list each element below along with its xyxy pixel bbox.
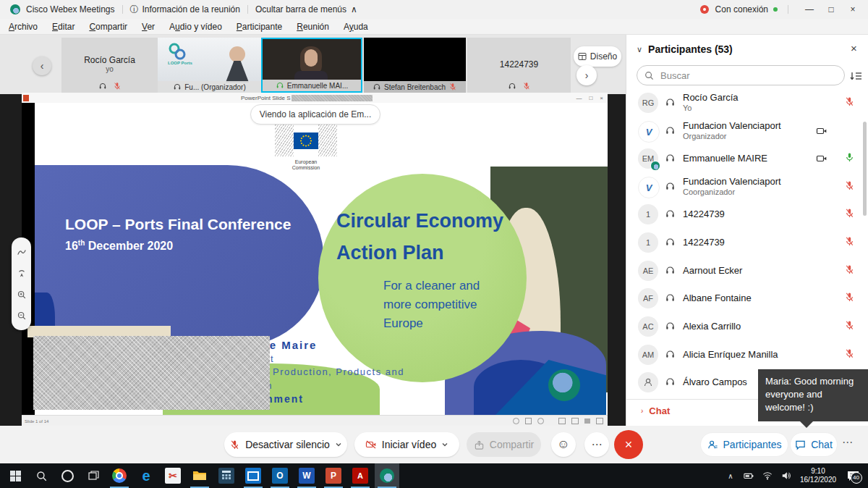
camera-icon[interactable] — [816, 153, 827, 164]
participant-search[interactable] — [637, 65, 845, 85]
taskbar-chrome[interactable] — [107, 463, 132, 488]
video-thumbnail-emmanuelle[interactable]: Emmanuelle MAI... — [261, 38, 362, 93]
shared-close-button[interactable]: × — [600, 95, 603, 101]
camera-icon[interactable] — [816, 125, 827, 137]
zoom-out-icon[interactable] — [17, 311, 27, 321]
view-icon[interactable] — [584, 418, 590, 424]
active-mic-icon[interactable] — [844, 152, 855, 163]
tray-volume[interactable] — [777, 463, 796, 488]
laser-pointer-icon[interactable] — [17, 269, 27, 279]
taskbar-acrobat[interactable]: A — [348, 463, 373, 488]
participant-row[interactable]: AE Aarnout Ecker — [626, 257, 868, 285]
view-icon[interactable] — [571, 418, 579, 424]
tray-expand-button[interactable]: ∧ — [722, 463, 739, 488]
notification-center-button[interactable]: 40 — [842, 463, 864, 488]
zoom-in-icon[interactable] — [17, 290, 27, 300]
search-input[interactable] — [659, 70, 807, 82]
annotate-pen-icon[interactable] — [17, 248, 27, 258]
menu-reunion[interactable]: Reunión — [297, 22, 329, 32]
end-meeting-button[interactable]: × — [614, 430, 643, 459]
muted-mic-icon[interactable] — [844, 264, 855, 275]
participant-row[interactable]: V Fundacion Valenciaport Organizador — [626, 117, 868, 145]
menu-compartir[interactable]: Compartir — [89, 22, 127, 32]
menu-participante[interactable]: Participante — [237, 22, 282, 32]
menu-ver[interactable]: Ver — [142, 22, 155, 32]
video-thumbnail-stefan[interactable]: Stefan Breitenbach — [364, 38, 466, 93]
unmute-button[interactable]: Desactivar silencio — [224, 432, 347, 457]
muted-mic-icon[interactable] — [844, 348, 855, 359]
taskbar-webex[interactable] — [375, 463, 399, 488]
panel-scrollbar[interactable] — [863, 122, 867, 216]
menu-archivo[interactable]: Archivo — [9, 22, 38, 32]
more-options-button[interactable]: ⋯ — [584, 432, 609, 457]
shared-minimize-button[interactable]: — — [576, 95, 582, 101]
meeting-info-link[interactable]: Información de la reunión — [142, 4, 240, 14]
participant-row[interactable]: 1 14224739 — [626, 229, 868, 256]
muted-mic-icon[interactable] — [844, 236, 855, 247]
share-button[interactable]: Compartir — [467, 432, 541, 457]
cortana-button[interactable] — [55, 463, 80, 488]
chevron-down-icon[interactable] — [335, 441, 342, 448]
video-thumbnail-rocio[interactable]: Rocío García yo — [61, 38, 158, 93]
reactions-button[interactable]: ☺ — [551, 432, 576, 457]
view-icon[interactable] — [513, 418, 519, 424]
taskbar-snipping-tool[interactable]: ✂ — [161, 463, 185, 488]
participant-row[interactable]: AC Alexia Carrillo — [626, 313, 868, 340]
tray-battery[interactable] — [739, 463, 758, 488]
taskbar-powerpoint[interactable]: P — [321, 463, 346, 488]
collapse-chevron-icon[interactable]: ∨ — [637, 45, 642, 54]
start-video-button[interactable]: Iniciar vídeo — [354, 432, 459, 457]
tray-clock[interactable]: 9:1016/12/2020 — [796, 463, 841, 488]
chrome-icon — [112, 468, 127, 483]
chat-toggle-button[interactable]: Chat — [790, 432, 838, 457]
taskbar-search-button[interactable] — [29, 463, 54, 488]
taskbar-outlook[interactable]: O — [268, 463, 292, 488]
layout-button[interactable]: Diseño — [574, 46, 621, 67]
maximize-button[interactable]: □ — [820, 4, 842, 14]
filmstrip-next-button[interactable]: › — [576, 65, 597, 85]
chevron-up-icon[interactable]: ∧ — [351, 4, 357, 14]
participant-row[interactable]: AF Albane Fontaine — [626, 285, 868, 312]
participant-row[interactable]: 1 14224739 — [626, 201, 868, 228]
task-view-button[interactable] — [81, 463, 106, 488]
video-thumbnail-14224739[interactable]: 14224739 — [467, 38, 571, 93]
participants-toggle-button[interactable]: Participantes — [700, 432, 788, 457]
taskbar-remote-desktop[interactable] — [241, 463, 265, 488]
view-icon[interactable] — [596, 418, 603, 424]
menu-editar[interactable]: Editar — [52, 22, 75, 32]
menu-audio-video[interactable]: Audio y vídeo — [169, 22, 222, 32]
chat-section-header[interactable]: › Chat — [641, 405, 670, 416]
participant-row[interactable]: RG Rocío García Yo — [626, 89, 868, 117]
video-thumbnail-organizer[interactable]: LOOP Ports Fu... (Organizador) — [158, 38, 261, 93]
panel-more-button[interactable]: ⋯ — [842, 436, 853, 449]
webex-logo-icon — [10, 4, 20, 14]
menu-ayuda[interactable]: Ayuda — [344, 22, 368, 32]
sort-participants-icon[interactable] — [850, 70, 863, 83]
taskbar-edge[interactable]: e — [134, 463, 158, 488]
taskbar-file-explorer[interactable] — [187, 463, 212, 488]
muted-mic-icon[interactable] — [844, 320, 855, 331]
start-button[interactable] — [3, 463, 27, 488]
shared-maximize-button[interactable]: □ — [589, 95, 592, 101]
taskbar-calculator[interactable] — [214, 463, 239, 488]
connection-status: Con conexión — [715, 4, 768, 14]
muted-mic-icon[interactable] — [844, 292, 855, 303]
muted-mic-icon[interactable] — [844, 96, 855, 107]
chevron-down-icon[interactable] — [441, 441, 448, 448]
participant-row[interactable]: AM Alicia Enríquez Manilla — [626, 341, 868, 369]
view-icon[interactable] — [537, 418, 544, 424]
view-icon[interactable] — [525, 418, 532, 424]
close-button[interactable]: × — [842, 4, 864, 14]
minimize-button[interactable]: — — [799, 4, 820, 14]
muted-mic-icon[interactable] — [844, 180, 855, 191]
panel-close-button[interactable]: × — [851, 42, 857, 54]
participant-row[interactable]: V Fundacion Valenciaport Coorganizador — [626, 173, 868, 201]
view-icon[interactable] — [558, 418, 566, 424]
muted-mic-icon[interactable] — [844, 208, 855, 219]
participant-row[interactable]: EM Emmanuelle MAIRE — [626, 145, 868, 172]
filmstrip-prev-button[interactable]: ‹ — [33, 56, 51, 75]
tray-wifi[interactable] — [758, 463, 777, 488]
hide-menubar-link[interactable]: Ocultar barra de menús — [255, 4, 346, 14]
taskbar-word[interactable]: W — [294, 463, 319, 488]
chat-preview-tooltip: Maria: Good morning everyone and welcome… — [758, 369, 868, 421]
